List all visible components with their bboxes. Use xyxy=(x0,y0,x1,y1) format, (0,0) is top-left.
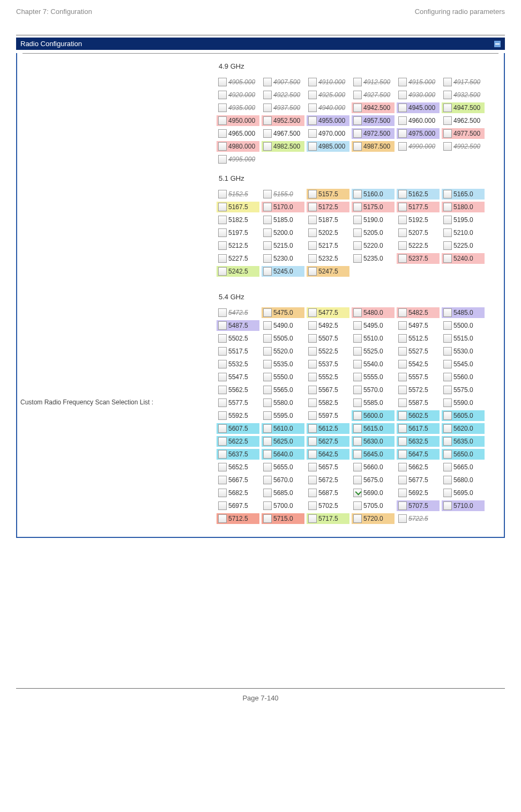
freq-cell[interactable]: 5652.5 xyxy=(217,462,259,473)
freq-cell[interactable]: 5157.5 xyxy=(307,189,349,200)
freq-cell[interactable]: 5192.5 xyxy=(397,215,440,225)
checkbox-icon[interactable] xyxy=(218,129,227,138)
checkbox-icon[interactable] xyxy=(353,129,362,138)
checkbox-icon[interactable] xyxy=(218,347,227,356)
checkbox-icon[interactable] xyxy=(218,116,227,125)
checkbox-icon[interactable] xyxy=(353,450,362,459)
freq-cell[interactable]: 4915.000 xyxy=(397,77,440,87)
freq-cell[interactable]: 5610.0 xyxy=(262,423,304,434)
checkbox-icon[interactable] xyxy=(218,450,227,459)
freq-cell[interactable]: 5175.0 xyxy=(352,202,395,212)
checkbox-icon[interactable] xyxy=(308,360,317,368)
freq-cell[interactable]: 4992.500 xyxy=(442,141,485,152)
freq-cell[interactable]: 5177.5 xyxy=(397,202,440,212)
freq-cell[interactable]: 5532.5 xyxy=(217,359,259,370)
checkbox-icon[interactable] xyxy=(218,476,227,484)
checkbox-icon[interactable] xyxy=(308,228,317,237)
checkbox-icon[interactable] xyxy=(308,373,317,381)
checkbox-icon[interactable] xyxy=(353,360,362,368)
checkbox-icon[interactable] xyxy=(263,104,272,112)
checkbox-icon[interactable] xyxy=(218,386,227,394)
checkbox-icon[interactable] xyxy=(443,347,452,356)
checkbox-icon[interactable] xyxy=(443,308,452,317)
freq-cell[interactable]: 5680.0 xyxy=(442,475,485,485)
freq-cell[interactable]: 5585.0 xyxy=(352,397,395,408)
checkbox-icon[interactable] xyxy=(218,142,227,151)
freq-cell[interactable]: 5702.5 xyxy=(307,500,349,511)
freq-cell[interactable]: 5657.5 xyxy=(307,462,349,473)
freq-cell[interactable]: 5500.0 xyxy=(442,320,485,331)
freq-cell[interactable]: 5167.5 xyxy=(217,202,259,212)
checkbox-icon[interactable] xyxy=(308,142,317,151)
freq-cell[interactable]: 5152.5 xyxy=(217,189,259,200)
freq-cell[interactable]: 4967.500 xyxy=(262,128,304,139)
freq-cell[interactable]: 5557.5 xyxy=(397,372,440,382)
freq-cell[interactable]: 5707.5 xyxy=(397,500,440,511)
freq-cell[interactable]: 5647.5 xyxy=(397,449,440,460)
checkbox-icon[interactable] xyxy=(443,241,452,250)
freq-cell[interactable]: 4937.500 xyxy=(262,102,304,113)
checkbox-icon[interactable] xyxy=(218,216,227,224)
checkbox-icon[interactable] xyxy=(443,228,452,237)
freq-cell[interactable]: 4910.000 xyxy=(307,77,349,87)
checkbox-icon[interactable] xyxy=(218,514,227,523)
checkbox-icon[interactable] xyxy=(353,489,362,497)
checkbox-icon[interactable] xyxy=(353,241,362,250)
freq-cell[interactable]: 5622.5 xyxy=(217,436,259,447)
checkbox-icon[interactable] xyxy=(353,190,362,198)
freq-cell[interactable]: 4912.500 xyxy=(352,77,395,87)
freq-cell[interactable]: 4980.000 xyxy=(217,141,259,152)
checkbox-icon[interactable] xyxy=(353,476,362,484)
checkbox-icon[interactable] xyxy=(263,437,272,446)
freq-cell[interactable]: 4917.500 xyxy=(442,77,485,87)
freq-cell[interactable]: 5487.5 xyxy=(217,320,259,331)
freq-cell[interactable]: 5650.0 xyxy=(442,449,485,460)
checkbox-icon[interactable] xyxy=(308,463,317,471)
checkbox-icon[interactable] xyxy=(308,514,317,523)
checkbox-icon[interactable] xyxy=(353,411,362,420)
freq-cell[interactable]: 5245.0 xyxy=(262,266,304,277)
freq-cell[interactable]: 5695.0 xyxy=(442,488,485,498)
checkbox-icon[interactable] xyxy=(398,308,407,317)
freq-cell[interactable]: 5202.5 xyxy=(307,227,349,238)
checkbox-icon[interactable] xyxy=(218,501,227,510)
freq-cell[interactable]: 4970.000 xyxy=(307,128,349,139)
checkbox-icon[interactable] xyxy=(263,78,272,86)
freq-cell[interactable]: 5190.0 xyxy=(352,215,395,225)
freq-cell[interactable]: 5160.0 xyxy=(352,189,395,200)
checkbox-icon[interactable] xyxy=(263,308,272,317)
checkbox-icon[interactable] xyxy=(263,463,272,471)
checkbox-icon[interactable] xyxy=(398,386,407,394)
checkbox-icon[interactable] xyxy=(398,360,407,368)
freq-cell[interactable]: 5625.0 xyxy=(262,436,304,447)
freq-cell[interactable]: 5195.0 xyxy=(442,215,485,225)
checkbox-icon[interactable] xyxy=(308,190,317,198)
checkbox-icon[interactable] xyxy=(218,334,227,343)
checkbox-icon[interactable] xyxy=(398,514,407,523)
freq-cell[interactable]: 5582.5 xyxy=(307,397,349,408)
checkbox-icon[interactable] xyxy=(218,104,227,112)
freq-cell[interactable]: 5522.5 xyxy=(307,346,349,357)
checkbox-icon[interactable] xyxy=(443,501,452,510)
freq-cell[interactable]: 5480.0 xyxy=(352,307,395,318)
checkbox-icon[interactable] xyxy=(308,116,317,125)
checkbox-icon[interactable] xyxy=(263,91,272,99)
freq-cell[interactable]: 5525.0 xyxy=(352,346,395,357)
checkbox-icon[interactable] xyxy=(263,398,272,407)
freq-cell[interactable]: 5662.5 xyxy=(397,462,440,473)
freq-cell[interactable]: 5572.5 xyxy=(397,385,440,395)
checkbox-icon[interactable] xyxy=(308,334,317,343)
freq-cell[interactable]: 5560.0 xyxy=(442,372,485,382)
checkbox-icon[interactable] xyxy=(353,347,362,356)
checkbox-icon[interactable] xyxy=(308,129,317,138)
checkbox-icon[interactable] xyxy=(218,360,227,368)
freq-cell[interactable]: 4952.500 xyxy=(262,115,304,126)
checkbox-icon[interactable] xyxy=(308,450,317,459)
freq-cell[interactable]: 5212.5 xyxy=(217,240,259,251)
checkbox-icon[interactable] xyxy=(308,308,317,317)
freq-cell[interactable]: 5690.0 xyxy=(352,488,395,498)
checkbox-icon[interactable] xyxy=(443,104,452,112)
freq-cell[interactable]: 5180.0 xyxy=(442,202,485,212)
checkbox-icon[interactable] xyxy=(263,267,272,276)
freq-cell[interactable]: 5692.5 xyxy=(397,488,440,498)
